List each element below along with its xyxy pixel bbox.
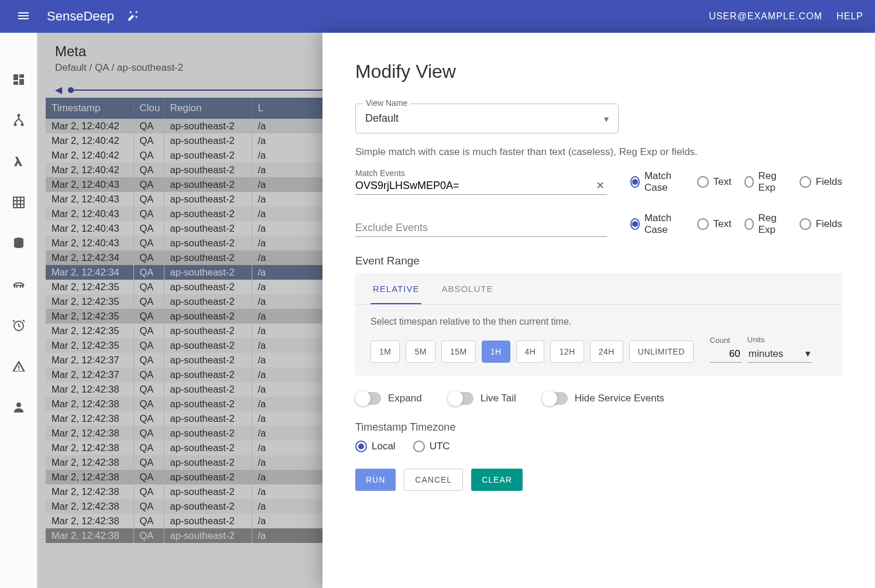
exclude-mode-fields[interactable]: Fields (799, 218, 842, 230)
dashboard-icon[interactable] (12, 73, 26, 87)
range-hint: Select timespan relative to the then cur… (355, 305, 842, 335)
svg-point-1 (14, 124, 16, 126)
chevron-down-icon: ▾ (805, 348, 811, 360)
count-input[interactable] (710, 346, 742, 363)
lambda-icon[interactable] (12, 154, 26, 169)
modify-view-panel: Modify View View Name Default ▾ Simple m… (322, 33, 875, 588)
svg-rect-3 (13, 197, 24, 208)
user-link[interactable]: USER@EXAMPLE.COM (709, 11, 822, 22)
exclude-mode-group: Match Case Text Reg Exp Fields (630, 212, 842, 237)
clear-button[interactable]: CLEAR (471, 469, 523, 491)
hamburger-icon (16, 9, 30, 23)
toggle-expand[interactable]: Expand (355, 392, 422, 405)
view-name-value: Default (365, 112, 399, 124)
match-input[interactable] (355, 180, 593, 192)
view-name-label: View Name (363, 98, 410, 108)
range-pill-15m[interactable]: 15M (441, 341, 476, 363)
event-range-box: RELATIVE ABSOLUTE Select timespan relati… (355, 273, 842, 376)
menu-button[interactable] (12, 4, 35, 29)
range-pill-24h[interactable]: 24H (590, 341, 623, 363)
panel-title: Modify View (355, 61, 842, 82)
svg-point-2 (21, 124, 23, 126)
match-label: Match Events (355, 169, 607, 178)
person-icon[interactable] (12, 400, 26, 414)
count-label: Count (710, 336, 742, 345)
grid-icon[interactable] (12, 195, 26, 209)
units-select[interactable]: minutes▾ (747, 345, 812, 363)
match-mode-fields[interactable]: Fields (799, 176, 842, 188)
exclude-mode-regexp[interactable]: Reg Exp (744, 212, 787, 236)
app-header: SenseDeep USER@EXAMPLE.COM HELP (0, 0, 875, 33)
app-logo: SenseDeep (47, 9, 114, 24)
range-pill-1h[interactable]: 1H (482, 341, 510, 363)
range-pill-5m[interactable]: 5M (406, 341, 435, 363)
match-mode-matchcase[interactable]: Match Case (630, 170, 684, 194)
toggle-hideservice[interactable]: Hide Service Events (542, 392, 664, 405)
wand-button[interactable] (125, 8, 141, 26)
svg-point-6 (16, 403, 21, 407)
range-pill-4h[interactable]: 4H (516, 341, 545, 363)
tab-relative[interactable]: RELATIVE (370, 273, 421, 304)
hierarchy-icon[interactable] (12, 114, 26, 128)
icon-rail (0, 33, 37, 588)
tz-local[interactable]: Local (355, 441, 396, 452)
wand-icon (127, 10, 139, 22)
match-mode-group: Match Case Text Reg Exp Fields (630, 170, 842, 195)
clear-match-icon[interactable]: ✕ (593, 179, 607, 192)
view-name-select[interactable]: View Name Default ▾ (355, 104, 619, 133)
range-pill-12h[interactable]: 12H (550, 341, 584, 363)
tz-title: Timestamp Timezone (355, 421, 842, 434)
svg-point-0 (18, 115, 19, 116)
exclude-mode-text[interactable]: Text (697, 218, 732, 230)
match-mode-regexp[interactable]: Reg Exp (744, 170, 787, 194)
run-button[interactable]: RUN (355, 469, 396, 491)
exclude-mode-matchcase[interactable]: Match Case (630, 212, 684, 236)
tz-utc[interactable]: UTC (413, 441, 450, 452)
tab-absolute[interactable]: ABSOLUTE (439, 273, 495, 304)
event-range-title: Event Range (355, 255, 842, 267)
units-label: Units (747, 335, 812, 344)
help-link[interactable]: HELP (836, 11, 863, 22)
chevron-down-icon: ▾ (604, 113, 609, 124)
database-icon[interactable] (12, 236, 26, 250)
cancel-button[interactable]: CANCEL (404, 469, 463, 491)
alarm-icon[interactable] (12, 318, 26, 332)
range-pill-unlimited[interactable]: UNLIMITED (629, 341, 694, 363)
range-pill-1m[interactable]: 1M (370, 341, 400, 363)
toggle-livetail[interactable]: Live Tail (448, 392, 516, 405)
exclude-input[interactable] (355, 222, 607, 234)
match-hint: Simple match with case is much faster th… (355, 146, 842, 158)
warning-icon[interactable] (12, 359, 26, 373)
bridge-icon[interactable] (12, 277, 26, 291)
match-mode-text[interactable]: Text (697, 176, 732, 188)
